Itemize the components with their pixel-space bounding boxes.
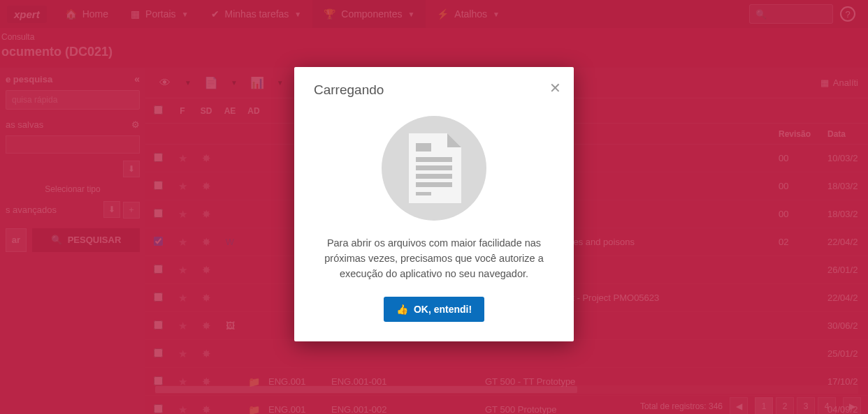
modal-container: Carregando ✕ Para abrir os arquivos com …	[0, 0, 868, 414]
thumbs-up-icon: 👍	[396, 304, 408, 315]
modal-title: Carregando	[314, 82, 554, 98]
ok-button[interactable]: 👍 OK, entendi!	[384, 297, 484, 322]
document-icon	[382, 116, 486, 221]
svg-marker-1	[447, 133, 461, 147]
svg-rect-7	[416, 192, 431, 195]
modal-body-text: Para abrir os arquivos com maior facilid…	[314, 236, 554, 281]
svg-rect-3	[416, 157, 452, 162]
svg-rect-5	[416, 174, 452, 179]
loading-modal: Carregando ✕ Para abrir os arquivos com …	[294, 67, 574, 341]
svg-rect-2	[416, 143, 431, 151]
svg-rect-4	[416, 165, 452, 170]
close-icon[interactable]: ✕	[549, 80, 561, 96]
svg-rect-6	[416, 182, 452, 187]
